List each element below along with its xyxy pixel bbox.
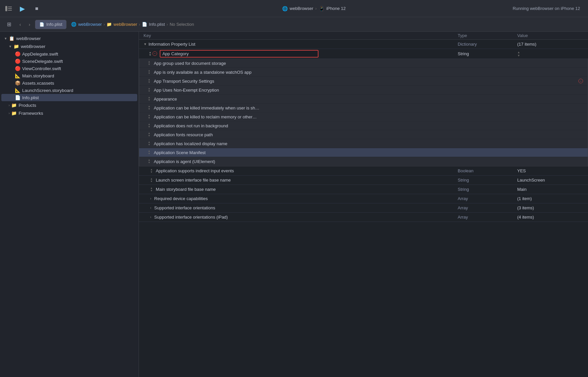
orient-ipad-type: Array [458,215,517,220]
plist-key-req-caps: › Required device capabilities [144,196,458,201]
xcassets-icon: 📦 [15,80,21,86]
toolbar-left: ▶ ■ [4,3,143,14]
app-category-type: String [458,51,517,56]
sidebar-item-mainstoryboard[interactable]: 📐 Main.storyboard [1,72,137,79]
stepper-inline-6: ▲▼ [148,105,150,110]
run-button[interactable]: ▶ [17,3,28,14]
chevron-products-icon: › [9,104,10,107]
sidebar-item-viewcontroller[interactable]: 🔴 ViewController.swift [1,65,137,72]
type-stepper[interactable]: ▲▼ [517,51,520,57]
editor-breadcrumb-path: 🌐 webBrowser › 📁 webBrowser › 📄 Info.pli… [71,22,194,27]
autocomplete-dropdown: ▲▼ App group used for document storage ▲… [139,59,588,166]
autocomplete-item[interactable]: ▲▼ App Transport Security Settings − [139,77,588,86]
autocomplete-item[interactable]: ▲▼ Application fonts resource path [139,130,588,139]
sidebar-item-webbrowser-root[interactable]: ▼ 📋 webBrowser [1,34,137,42]
toolbar-right: Running webBrowser on iPhone 12 [485,5,584,12]
table-row: › Supported interface orientations (iPad… [139,213,588,222]
main-sb-value: Main [517,187,583,192]
ac-label-4: App Uses Non-Exempt Encryption [154,88,219,93]
stepper-inline-7: ▲▼ [148,114,150,119]
stepper-inline-3: ▲▼ [148,78,150,84]
app-category-input[interactable] [160,50,318,58]
autocomplete-item[interactable]: ▲▼ Application does not run in backgroun… [139,121,588,130]
autocomplete-item[interactable]: ▲▼ Application Scene Manifest [139,148,588,157]
folder-icon: 📁 [14,44,19,49]
top-toolbar: ▶ ■ 🌐 webBrowser › 📱 iPhone 12 Running w… [0,0,588,17]
stepper-inline-12: ▲▼ [148,159,150,164]
ac-label-5: Appearance [154,97,177,102]
stepper-arrows[interactable]: ▲▼ [149,51,151,57]
scheme-breadcrumb[interactable]: 🌐 webBrowser › 📱 iPhone 12 [282,6,346,11]
autocomplete-item[interactable]: ▲▼ Appearance [139,95,588,104]
plist-key-main-sb: ▲▼ Main storyboard file base name [144,187,458,192]
autocomplete-item[interactable]: ▲▼ App Uses Non-Exempt Encryption [139,86,588,95]
plist-key-info: ▼ Information Property List [144,42,458,47]
autocomplete-item[interactable]: ▲▼ Application is agent (UIElement) [139,157,588,166]
ac-label-11: Application Scene Manifest [154,150,206,155]
indirect-value: YES [517,168,583,173]
chevron-ipad-icon[interactable]: › [150,215,151,219]
scheme-icon: 🌐 [282,6,288,11]
back-button[interactable]: ‹ [17,21,24,28]
svg-rect-3 [8,10,12,11]
sidebar-item-products[interactable]: › 📁 Products [1,101,137,109]
sidebar: ▼ 📋 webBrowser ▼ 📁 webBrowser 🔴 AppDeleg… [0,32,139,377]
stepper-indirect[interactable]: ▲▼ [150,168,153,174]
info-plist-tab[interactable]: 📄 Info.plist [35,20,66,29]
chevron-orient-icon[interactable]: › [150,206,151,210]
editing-input-wrap: ▲▼ − [144,50,458,58]
sidebar-toggle-icon[interactable] [4,4,13,13]
autocomplete-item[interactable]: ▲▼ Application can be killed immediately… [139,104,588,112]
stop-button[interactable]: ■ [31,3,42,14]
swift-icon-viewcontroller: 🔴 [15,66,21,71]
ac-minus-3[interactable]: − [578,79,583,83]
autocomplete-item[interactable]: ▲▼ Application can be killed to reclaim … [139,112,588,121]
sidebar-item-appdelegate[interactable]: 🔴 AppDelegate.swift [1,50,137,58]
autocomplete-item[interactable]: ▲▼ App group used for document storage [139,59,588,68]
svg-rect-0 [5,6,7,11]
bp-folder: webBrowser [113,22,137,27]
sidebar-item-frameworks[interactable]: › 📁 Frameworks [1,109,137,117]
layout-button[interactable]: ⊞ [3,19,15,30]
table-row: ▲▼ Launch screen interface file base nam… [139,176,588,185]
sidebar-item-scenedelegate[interactable]: 🔴 SceneDelegate.swift [1,58,137,65]
sidebar-item-assets[interactable]: 📦 Assets.xcassets [1,79,137,87]
header-key: Key [144,33,458,38]
stepper-launch[interactable]: ▲▼ [150,178,153,183]
stepper-main-sb[interactable]: ▲▼ [150,187,153,192]
autocomplete-item[interactable]: ▲▼ App is only available as a standalone… [139,68,588,77]
bp-plist: Info.plist [149,22,165,27]
chevron-info-icon[interactable]: ▼ [144,42,147,46]
stepper-inline-10: ▲▼ [148,141,150,146]
indirect-label: Application supports indirect input even… [156,168,234,173]
autocomplete-item[interactable]: ▲▼ Application has localized display nam… [139,139,588,148]
indirect-type: Boolean [458,168,517,173]
req-caps-type: Array [458,196,517,201]
ac-label-9: Application fonts resource path [154,132,213,137]
orient-value: (3 items) [517,205,583,210]
frameworks-label: Frameworks [19,111,43,116]
bp-icon1: 🌐 [71,22,76,27]
info-key-label: Information Property List [148,42,195,47]
scenedelegate-label: SceneDelegate.swift [22,59,135,64]
chevron-folder-icon: ▼ [9,45,12,48]
sidebar-root-label: webBrowser [16,36,41,41]
plist-key-launch: ▲▼ Launch screen interface file base nam… [144,178,458,183]
sidebar-folder-label: webBrowser [21,44,45,49]
stepper-inline-9: ▲▼ [148,132,150,137]
sidebar-item-infoplist[interactable]: 📄 Info.plist [1,94,137,101]
table-row: ▲▼ Main storyboard file base name String… [139,185,588,194]
minus-button[interactable]: − [152,51,157,56]
main-content: ▼ 📋 webBrowser ▼ 📁 webBrowser 🔴 AppDeleg… [0,32,588,377]
appdelegate-label: AppDelegate.swift [22,52,135,57]
sidebar-item-webbrowser-folder[interactable]: ▼ 📁 webBrowser [1,42,137,50]
forward-button[interactable]: › [26,21,33,28]
table-row: › Supported interface orientations Array… [139,203,588,213]
infoplist-label: Info.plist [22,95,135,100]
chevron-frameworks-icon: › [9,111,10,115]
chevron-req-icon[interactable]: › [150,197,151,200]
stepper-inline-11: ▲▼ [148,150,150,155]
chevron-icon: ▼ [4,37,7,40]
main-sb-label: Main storyboard file base name [156,187,216,192]
sidebar-item-launchscreen[interactable]: 📐 LaunchScreen.storyboard [1,87,137,94]
